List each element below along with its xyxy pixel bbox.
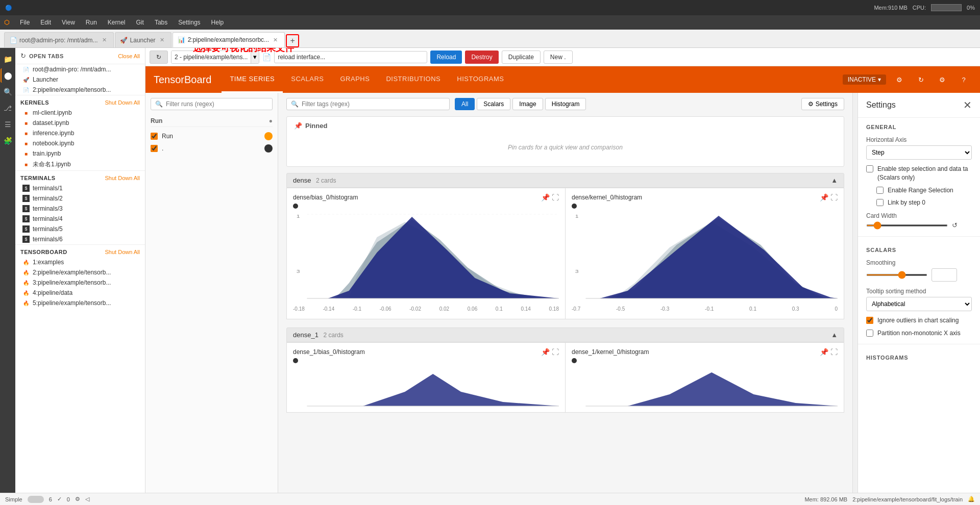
dense-bias-pin-btn[interactable]: 📌: [541, 193, 550, 201]
menu-settings[interactable]: Settings: [174, 18, 204, 27]
jp-sidebar-search[interactable]: 🔍: [1, 85, 15, 99]
terminal-4[interactable]: $ terminals/4: [15, 214, 145, 224]
menu-kernel[interactable]: Kernel: [104, 18, 130, 27]
terminal-6[interactable]: $ terminals/6: [15, 234, 145, 244]
close-all-button[interactable]: Close All: [118, 53, 140, 59]
tb-gear-icon[interactable]: ⚙: [934, 71, 950, 88]
terminal-5[interactable]: $ terminals/5: [15, 224, 145, 234]
reload-button[interactable]: Reload: [430, 50, 462, 64]
tb-nav-time-series[interactable]: TIME SERIES: [222, 66, 283, 93]
menu-file[interactable]: File: [16, 18, 34, 27]
settings-smoothing-value[interactable]: 0.6: [932, 268, 957, 282]
status-arrow[interactable]: ◁: [85, 496, 89, 502]
jp-sidebar-git[interactable]: ⎇: [1, 101, 15, 115]
tb-refresh-button[interactable]: ↻: [913, 71, 929, 88]
jp-sidebar-puzzle[interactable]: 🧩: [1, 134, 15, 148]
terminals-shut-down-all[interactable]: Shut Down All: [105, 175, 140, 181]
menu-view[interactable]: View: [58, 18, 79, 27]
kernel-unnamed[interactable]: ■ 未命名1.ipynb: [15, 159, 145, 170]
sidebar-file-root[interactable]: 📄 root@admin-pro: /mnt/adm...: [15, 64, 145, 74]
settings-enable-step-checkbox[interactable]: [866, 165, 873, 172]
tb-nav-scalars[interactable]: SCALARS: [283, 66, 332, 93]
terminal-3[interactable]: $ terminals/3: [15, 204, 145, 214]
tb-3[interactable]: 🔥 3:pipeline/example/tensorb...: [15, 277, 145, 288]
run-checkbox-dot[interactable]: [151, 145, 158, 152]
run-checkbox-main[interactable]: [151, 133, 158, 140]
refresh-path-button[interactable]: ↻: [150, 50, 168, 64]
tb-2[interactable]: 🔥 2:pipeline/example/tensorb...: [15, 267, 145, 277]
terminal-1[interactable]: $ terminals/1: [15, 183, 145, 193]
tb-help-icon[interactable]: ?: [955, 71, 972, 88]
settings-button-main[interactable]: ⚙ Settings: [801, 98, 844, 110]
settings-partition-checkbox[interactable]: [866, 330, 873, 337]
settings-tooltip-sort-select[interactable]: Alphabetical Ascending Descending None: [866, 297, 972, 311]
tab-root[interactable]: 📄 root@admin-pro: /mnt/adm... ✕: [4, 32, 114, 47]
dense-1-kernel-pin-btn[interactable]: 📌: [820, 348, 828, 356]
menu-run[interactable]: Run: [82, 18, 101, 27]
dense-chevron[interactable]: ▲: [831, 176, 838, 184]
filter-tab-histogram[interactable]: Histogram: [545, 98, 586, 110]
refresh-icon[interactable]: ↻: [20, 52, 26, 60]
tb-1[interactable]: 🔥 1:examples: [15, 257, 145, 267]
settings-horizontal-axis-select[interactable]: Step Relative Wall: [866, 145, 972, 160]
status-gear[interactable]: ⚙: [75, 496, 80, 502]
filter-tab-image[interactable]: Image: [512, 98, 543, 110]
settings-enable-range-checkbox[interactable]: [876, 187, 884, 194]
sidebar-launcher[interactable]: 🚀 Launcher: [15, 74, 145, 85]
dense-1-kernel-expand-btn[interactable]: ⛶: [830, 348, 838, 356]
filter-tab-scalars[interactable]: Scalars: [477, 98, 510, 110]
kernel-notebook[interactable]: ■ notebook.ipynb: [15, 138, 145, 148]
status-toggle[interactable]: [28, 496, 44, 503]
tb-5[interactable]: 🔥 5:pipeline/example/tensorb...: [15, 298, 145, 308]
sidebar-tensorboard-tab[interactable]: 📄 2:pipeline/example/tensorb...: [15, 85, 145, 95]
settings-close-button[interactable]: ✕: [963, 99, 972, 111]
dense-kernel-expand-btn[interactable]: ⛶: [830, 193, 838, 201]
vertical-scrollbar[interactable]: [852, 93, 857, 493]
settings-card-width-slider[interactable]: [866, 224, 948, 226]
menu-edit[interactable]: Edit: [36, 18, 55, 27]
kernel-ml-client[interactable]: ■ ml-client.ipynb: [15, 108, 145, 118]
kernel-train[interactable]: ■ train.ipynb: [15, 148, 145, 159]
dense-1-bias-pin-btn[interactable]: 📌: [541, 348, 550, 356]
menu-git[interactable]: Git: [132, 18, 148, 27]
dense-1-bias-expand-btn[interactable]: ⛶: [552, 348, 559, 356]
kernel-inference[interactable]: ■ inference.ipynb: [15, 128, 145, 138]
tab-launcher-close[interactable]: ✕: [158, 36, 166, 44]
menu-help[interactable]: Help: [207, 18, 228, 27]
terminal-2[interactable]: $ terminals/2: [15, 193, 145, 204]
filter-left: 🔍 All Scalars Image Histogram: [286, 98, 586, 110]
kernel-dataset[interactable]: ■ dataset.ipynb: [15, 118, 145, 128]
kernels-shut-down-all[interactable]: Shut Down All: [105, 99, 140, 106]
tab-new-button[interactable]: +: [286, 34, 299, 47]
settings-smoothing-slider[interactable]: [866, 274, 927, 276]
run-filter-input[interactable]: [166, 100, 268, 108]
dense-bias-expand-btn[interactable]: ⛶: [552, 193, 559, 201]
tab-root-close[interactable]: ✕: [101, 36, 108, 44]
settings-link-step-checkbox[interactable]: [876, 199, 884, 206]
tensorboard-shut-down-all[interactable]: Shut Down All: [105, 249, 140, 255]
tb-status-dropdown-icon[interactable]: ▾: [878, 76, 881, 83]
tb-settings-cog[interactable]: ⚙: [891, 71, 908, 88]
destroy-button[interactable]: Destroy: [465, 50, 498, 64]
menu-tabs[interactable]: Tabs: [151, 18, 172, 27]
duplicate-button[interactable]: Duplicate: [502, 50, 541, 64]
jp-sidebar-menu[interactable]: ☰: [1, 117, 15, 132]
tb-4[interactable]: 🔥 4:pipeline/data: [15, 288, 145, 298]
tab-tensorboard-close[interactable]: ✕: [272, 36, 279, 44]
settings-ignore-outliers-checkbox[interactable]: [866, 317, 873, 324]
status-bell[interactable]: 🔔: [968, 496, 975, 502]
tb-nav-graphs[interactable]: GRAPHS: [332, 66, 378, 93]
path-input[interactable]: [274, 51, 427, 63]
settings-card-width-reset[interactable]: ↺: [952, 221, 958, 229]
tb-nav-histograms[interactable]: HISTOGRAMS: [449, 66, 512, 93]
filter-tab-all[interactable]: All: [455, 98, 475, 110]
tb-nav-distributions[interactable]: DISTRIBUTIONS: [378, 66, 449, 93]
tab-tensorboard[interactable]: 📊 2:pipeline/example/tensorbc... ✕: [173, 32, 285, 47]
tab-launcher[interactable]: 🚀 Launcher ✕: [115, 32, 172, 47]
dense-1-chevron[interactable]: ▲: [831, 331, 838, 339]
dense-kernel-pin-btn[interactable]: 📌: [820, 193, 828, 201]
new-button[interactable]: New .: [544, 50, 573, 64]
jp-sidebar-folder[interactable]: 📁: [1, 52, 15, 66]
jp-sidebar-circle[interactable]: ⬤: [1, 68, 15, 83]
tag-filter-input[interactable]: [302, 100, 445, 108]
